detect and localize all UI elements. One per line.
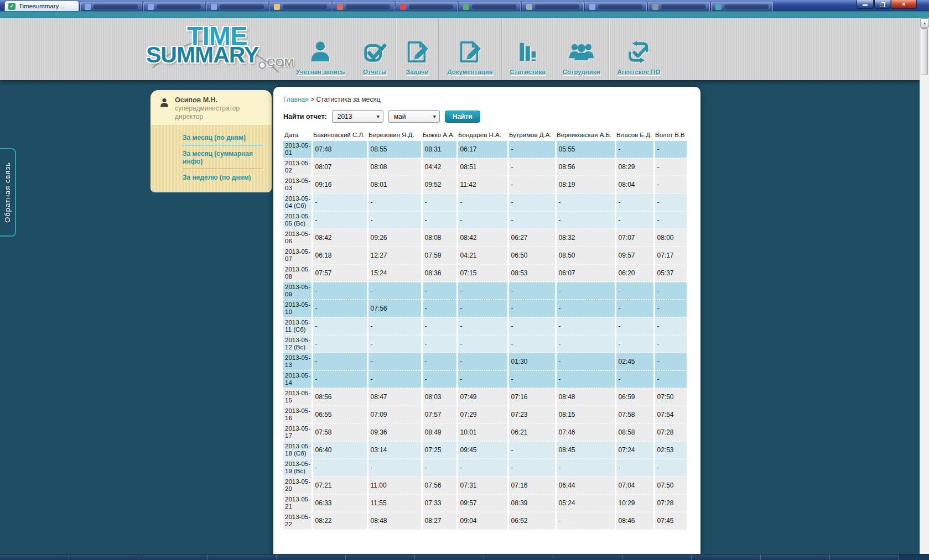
date-cell: 2013-05-16	[283, 406, 312, 423]
taskbar-button[interactable]	[69, 554, 138, 560]
time-cell: -	[367, 211, 422, 229]
time-cell: 06:20	[615, 264, 654, 282]
column-header: Власов Е.Д.	[615, 130, 654, 141]
date-cell: 2013-05-20	[283, 477, 312, 494]
nav-item-reports[interactable]: Отчеты	[353, 18, 396, 80]
taskbar-button[interactable]	[692, 554, 761, 560]
time-cell: -	[508, 282, 556, 300]
time-cell: -	[312, 317, 367, 335]
taskbar-button[interactable]	[415, 554, 484, 560]
table-row: 2013-05-0107:4808:5508:3106:17-05:55--	[283, 141, 687, 158]
browser-tab-active[interactable]: Timesummary ...	[4, 1, 79, 11]
time-cell: -	[422, 282, 457, 300]
time-cell: 08:19	[556, 176, 615, 193]
year-select[interactable]: 2013	[332, 110, 383, 123]
date-cell: 2013-05-05 (Вс)	[283, 211, 312, 229]
browser-tab[interactable]	[396, 2, 458, 11]
sidebar-menu-item-2[interactable]: За месяц (суммарная инфо)	[183, 145, 263, 169]
taskbar-button[interactable]	[0, 554, 69, 560]
time-cell: -	[615, 211, 654, 229]
month-select[interactable]: май	[388, 110, 440, 123]
taskbar-button[interactable]	[138, 554, 207, 560]
browser-tab[interactable]	[269, 2, 331, 11]
nav-item-employees[interactable]: Сотрудники	[554, 18, 609, 80]
time-cell: 07:17	[654, 247, 687, 264]
scrollbar-up-arrow-icon[interactable]	[920, 18, 929, 28]
time-cell: -	[422, 317, 457, 335]
time-cell: 07:23	[508, 406, 556, 423]
table-row: 2013-05-1606:5507:0907:5707:2907:2308:15…	[283, 406, 687, 423]
month-select-value: май	[394, 113, 406, 121]
time-cell: 08:04	[615, 176, 654, 193]
time-cell: 01:30	[508, 353, 556, 370]
browser-tab[interactable]	[143, 2, 205, 11]
taskbar-button[interactable]	[207, 554, 277, 560]
time-cell: -	[422, 335, 457, 353]
feedback-tab[interactable]: Обратная связь	[0, 148, 16, 237]
table-row: 2013-05-2208:2208:4808:2709:0406:52-08:4…	[283, 512, 687, 530]
nav-item-documentation[interactable]: Документация	[438, 18, 501, 80]
time-cell: 02:53	[654, 441, 687, 459]
find-button[interactable]: Найти	[445, 111, 480, 123]
time-cell: -	[312, 353, 367, 370]
time-cell: 08:46	[615, 512, 654, 530]
sidebar-menu-item-3[interactable]: За неделю (по дням)	[183, 169, 263, 185]
minimize-button[interactable]	[857, 0, 874, 9]
taskbar-button[interactable]	[346, 554, 415, 560]
window-scrollbar[interactable]	[920, 18, 929, 560]
user-card: Осипов М.Н. суперадминистратор директор	[150, 90, 272, 125]
browser-tab[interactable]	[459, 2, 521, 11]
nav-item-agent-software[interactable]: Агентское ПО	[609, 18, 669, 80]
taskbar-button[interactable]	[553, 554, 622, 560]
time-cell: -	[508, 335, 556, 353]
time-cell: 08:31	[422, 141, 457, 158]
date-cell: 2013-05-22	[283, 512, 312, 530]
monthly-stats-table: ДатаБакиновский С.Л.Березовин Я.Д.Божко …	[283, 130, 688, 530]
date-cell: 2013-05-13	[283, 353, 312, 370]
taskbar-button[interactable]	[830, 554, 899, 560]
browser-tab[interactable]	[711, 2, 773, 11]
browser-tab[interactable]	[648, 2, 710, 11]
time-cell: 07:24	[615, 441, 654, 459]
time-cell: -	[367, 282, 422, 300]
time-cell: -	[654, 193, 687, 211]
time-cell: 08:58	[615, 423, 654, 441]
scrollbar-thumb[interactable]	[921, 28, 928, 75]
taskbar-button[interactable]	[484, 554, 553, 560]
time-cell: 08:55	[367, 141, 422, 158]
time-cell: 07:56	[367, 300, 422, 317]
nav-item-label: Агентское ПО	[617, 69, 661, 75]
browser-tab[interactable]	[333, 2, 395, 11]
browser-tab[interactable]	[585, 2, 647, 11]
nav-item-statistics[interactable]: Статистика	[501, 18, 554, 80]
sidebar-menu-item-1[interactable]: За месяц (по дням)	[183, 129, 263, 145]
breadcrumb-home-link[interactable]: Главная	[283, 96, 309, 103]
breadcrumb-separator: >	[309, 96, 316, 103]
time-cell: -	[654, 211, 687, 229]
task-edit-icon	[404, 35, 430, 65]
tab-title-blur	[94, 4, 138, 9]
taskbar-button[interactable]	[277, 554, 346, 560]
restore-icon	[880, 3, 885, 7]
time-cell: 08:29	[615, 158, 654, 176]
nav-item-tasks[interactable]: Задачи	[396, 18, 438, 80]
time-cell: 09:26	[367, 229, 422, 247]
taskbar-button[interactable]	[622, 554, 692, 560]
browser-tab[interactable]	[522, 2, 584, 11]
site-logo[interactable]: TIME SUMMARY COM	[146, 20, 288, 79]
time-cell: 11:00	[367, 477, 422, 494]
nav-item-account[interactable]: Учетная запись	[288, 18, 353, 80]
column-header: Волот В.В	[654, 130, 687, 141]
browser-tab[interactable]	[206, 2, 268, 11]
date-cell: 2013-05-07	[283, 247, 312, 264]
tab-favicon-icon	[652, 4, 658, 10]
browser-tab[interactable]	[80, 2, 142, 11]
time-cell: 06:33	[312, 494, 367, 512]
time-cell: 07:56	[422, 477, 457, 494]
time-cell: 08:50	[556, 247, 615, 264]
restore-button[interactable]	[874, 0, 890, 9]
close-button[interactable]	[891, 0, 917, 9]
time-cell: -	[654, 459, 687, 477]
table-row: 2013-05-14--------	[283, 370, 687, 388]
taskbar-button[interactable]	[761, 554, 830, 560]
